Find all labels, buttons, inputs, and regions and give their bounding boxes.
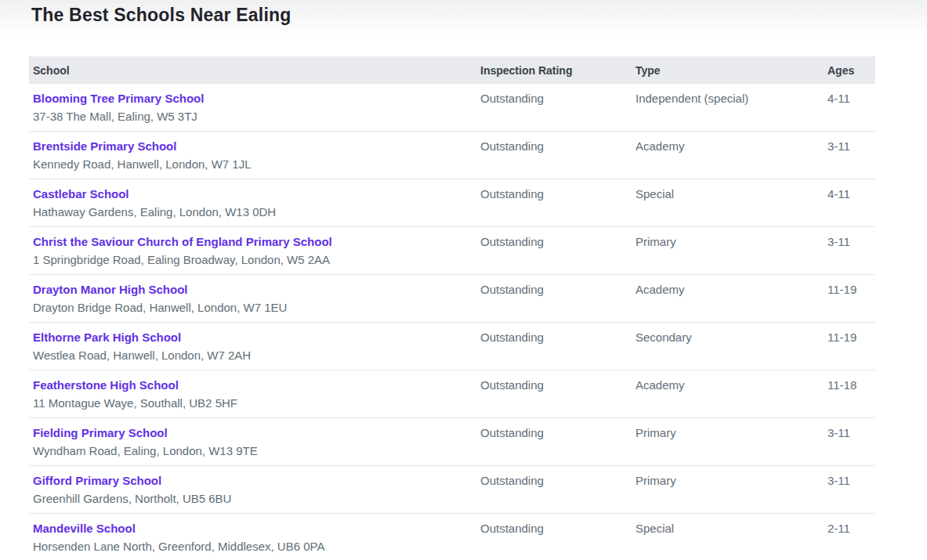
table-row: Featherstone High School 11 Montague Way… [29, 370, 875, 418]
school-cell: Blooming Tree Primary School 37-38 The M… [29, 92, 476, 123]
inspection-rating: Outstanding [476, 92, 632, 105]
school-address: Kennedy Road, Hanwell, London, W7 1JL [33, 157, 476, 171]
table-row: Fielding Primary School Wyndham Road, Ea… [29, 418, 875, 466]
inspection-rating: Outstanding [476, 331, 632, 344]
table-row: Mandeville School Horsenden Lane North, … [29, 514, 875, 560]
school-cell: Elthorne Park High School Westlea Road, … [29, 331, 476, 362]
table-row: Gifford Primary School Greenhill Gardens… [29, 466, 875, 514]
school-ages: 11-19 [824, 283, 875, 296]
schools-table: School Inspection Rating Type Ages Bloom… [29, 56, 875, 560]
school-type: Primary [632, 426, 824, 439]
school-address: Westlea Road, Hanwell, London, W7 2AH [33, 349, 476, 362]
inspection-rating: Outstanding [476, 235, 632, 248]
inspection-rating: Outstanding [476, 522, 632, 535]
school-type: Academy [632, 139, 824, 153]
school-link[interactable]: Drayton Manor High School [33, 283, 188, 296]
school-ages: 3-11 [824, 235, 875, 248]
table-row: Castlebar School Hathaway Gardens, Ealin… [29, 179, 875, 227]
school-cell: Christ the Saviour Church of England Pri… [29, 235, 476, 266]
column-header-rating: Inspection Rating [476, 64, 632, 77]
school-address: Wyndham Road, Ealing, London, W13 9TE [33, 444, 476, 457]
school-ages: 3-11 [824, 426, 875, 439]
school-address: Greenhill Gardens, Northolt, UB5 6BU [33, 492, 476, 505]
inspection-rating: Outstanding [476, 283, 632, 296]
school-link[interactable]: Brentside Primary School [33, 139, 176, 153]
school-ages: 4-11 [824, 187, 875, 201]
inspection-rating: Outstanding [476, 474, 632, 487]
school-link[interactable]: Elthorne Park High School [33, 331, 181, 344]
school-link[interactable]: Gifford Primary School [33, 474, 161, 487]
school-ages: 11-18 [824, 378, 875, 392]
school-type: Primary [632, 235, 824, 248]
school-ages: 4-11 [824, 92, 875, 105]
school-ages: 2-11 [824, 522, 875, 535]
school-link[interactable]: Fielding Primary School [33, 426, 168, 439]
school-cell: Drayton Manor High School Drayton Bridge… [29, 283, 476, 314]
school-cell: Fielding Primary School Wyndham Road, Ea… [29, 426, 476, 457]
school-type: Academy [632, 378, 824, 392]
school-cell: Mandeville School Horsenden Lane North, … [29, 522, 476, 553]
table-row: Christ the Saviour Church of England Pri… [29, 227, 875, 275]
school-type: Special [632, 187, 824, 201]
school-type: Primary [632, 474, 824, 487]
column-header-type: Type [632, 64, 824, 77]
table-row: Drayton Manor High School Drayton Bridge… [29, 275, 875, 323]
school-address: Horsenden Lane North, Greenford, Middles… [33, 540, 476, 553]
school-type: Secondary [632, 331, 824, 344]
school-type: Academy [632, 283, 824, 296]
school-cell: Featherstone High School 11 Montague Way… [29, 378, 476, 410]
school-cell: Castlebar School Hathaway Gardens, Ealin… [29, 187, 476, 219]
table-row: Blooming Tree Primary School 37-38 The M… [29, 84, 875, 132]
column-header-school: School [29, 64, 476, 77]
school-type: Special [632, 522, 824, 535]
school-link[interactable]: Featherstone High School [33, 378, 179, 392]
page-title: The Best Schools Near Ealing [31, 5, 291, 26]
inspection-rating: Outstanding [476, 426, 632, 439]
school-address: 11 Montague Waye, Southall, UB2 5HF [33, 396, 476, 410]
school-address: 37-38 The Mall, Ealing, W5 3TJ [33, 110, 476, 123]
school-cell: Gifford Primary School Greenhill Gardens… [29, 474, 476, 505]
table-row: Brentside Primary School Kennedy Road, H… [29, 132, 875, 179]
school-address: 1 Springbridge Road, Ealing Broadway, Lo… [33, 253, 476, 266]
school-address: Hathaway Gardens, Ealing, London, W13 0D… [33, 205, 476, 219]
school-ages: 3-11 [824, 139, 875, 153]
school-link[interactable]: Mandeville School [33, 522, 136, 535]
school-link[interactable]: Christ the Saviour Church of England Pri… [33, 235, 332, 248]
table-row: Elthorne Park High School Westlea Road, … [29, 323, 875, 370]
inspection-rating: Outstanding [476, 139, 632, 153]
school-link[interactable]: Castlebar School [33, 187, 129, 201]
school-ages: 3-11 [824, 474, 875, 487]
school-type: Independent (special) [632, 92, 824, 105]
school-cell: Brentside Primary School Kennedy Road, H… [29, 139, 476, 171]
table-header-row: School Inspection Rating Type Ages [29, 56, 875, 84]
column-header-ages: Ages [824, 64, 875, 77]
table-body: Blooming Tree Primary School 37-38 The M… [29, 84, 875, 560]
school-ages: 11-19 [824, 331, 875, 344]
inspection-rating: Outstanding [476, 378, 632, 392]
inspection-rating: Outstanding [476, 187, 632, 201]
school-link[interactable]: Blooming Tree Primary School [33, 92, 204, 105]
school-address: Drayton Bridge Road, Hanwell, London, W7… [33, 301, 476, 314]
